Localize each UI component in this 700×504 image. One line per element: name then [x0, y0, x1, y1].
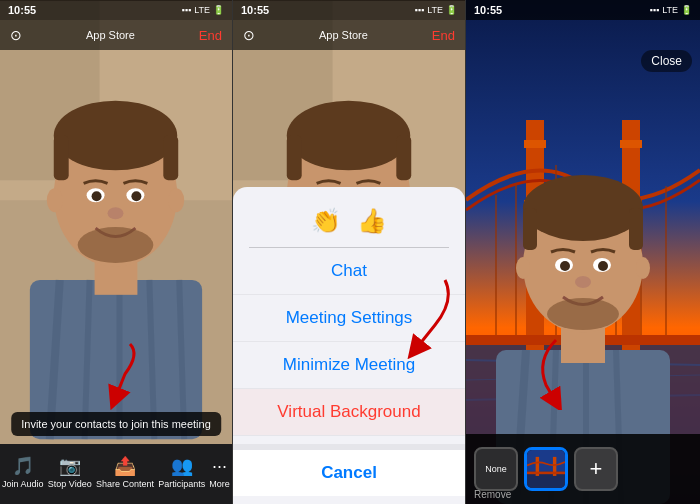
share-icon: 📤	[114, 455, 136, 477]
more-icon: ···	[212, 456, 227, 477]
svg-point-80	[516, 257, 530, 279]
participants-button[interactable]: 👥 Participants	[158, 455, 205, 489]
right-status-icons: ▪▪▪ LTE 🔋	[650, 5, 692, 15]
svg-point-78	[575, 276, 591, 288]
end-button[interactable]: End	[199, 28, 222, 43]
cancel-item[interactable]: Cancel	[233, 444, 465, 496]
more-button[interactable]: ··· More	[209, 456, 230, 489]
svg-point-16	[92, 191, 102, 201]
svg-point-81	[636, 257, 650, 279]
right-arrow-indicator	[526, 330, 606, 410]
status-bar: 10:55 ▪▪▪ LTE 🔋	[0, 0, 232, 20]
share-content-label: Share Content	[96, 479, 154, 489]
svg-point-17	[131, 191, 141, 201]
status-icons: ▪▪▪ LTE 🔋	[182, 5, 224, 15]
none-label: None	[485, 464, 507, 474]
middle-arrow-indicator	[375, 270, 455, 360]
vbg-add-item[interactable]: +	[574, 447, 618, 491]
svg-point-21	[168, 188, 184, 212]
audio-icon: 🎵	[12, 455, 34, 477]
svg-point-79	[547, 298, 619, 330]
svg-rect-53	[620, 140, 642, 148]
svg-point-77	[598, 261, 608, 271]
invite-tooltip: Invite your contacts to join this meetin…	[11, 412, 221, 436]
svg-rect-51	[524, 140, 546, 148]
join-audio-button[interactable]: 🎵 Join Audio	[2, 455, 44, 489]
right-status-time: 10:55	[474, 4, 502, 16]
app-store-label: App Store	[86, 29, 135, 41]
remove-label: Remove	[474, 489, 511, 500]
right-phone-panel: 10:55 ▪▪▪ LTE 🔋 Close None	[466, 0, 700, 504]
svg-point-71	[523, 175, 643, 241]
svg-rect-86	[527, 472, 565, 475]
svg-point-19	[78, 227, 154, 263]
stop-video-label: Stop Video	[48, 479, 92, 489]
vbg-bridge-item[interactable]	[524, 447, 568, 491]
join-audio-label: Join Audio	[2, 479, 44, 489]
video-icon: 📷	[59, 455, 81, 477]
clap-emoji[interactable]: 👏	[311, 207, 341, 235]
emoji-reactions: 👏 👍	[233, 199, 465, 247]
header-bar: ⊙ App Store End	[0, 20, 232, 50]
arrow-indicator	[80, 334, 150, 414]
svg-point-11	[54, 101, 177, 171]
right-battery-icon: 🔋	[681, 5, 692, 15]
close-button[interactable]: Close	[641, 50, 692, 72]
participants-label: Participants	[158, 479, 205, 489]
share-content-button[interactable]: 📤 Share Content	[96, 455, 154, 489]
svg-point-18	[108, 207, 124, 219]
add-icon: +	[590, 456, 603, 482]
svg-point-20	[47, 188, 63, 212]
status-time: 10:55	[8, 4, 36, 16]
signal-icon: ▪▪▪	[182, 5, 192, 15]
stop-video-button[interactable]: 📷 Stop Video	[48, 455, 92, 489]
more-label: More	[209, 479, 230, 489]
svg-rect-13	[163, 136, 178, 181]
modal-overlay: 👏 👍 Chat Meeting Settings Minimize Meeti…	[233, 0, 465, 504]
left-phone-panel: 10:55 ▪▪▪ LTE 🔋 ⊙ App Store End Invite y…	[0, 0, 233, 504]
virtual-background-item[interactable]: Virtual Background	[233, 389, 465, 436]
lte-icon: LTE	[194, 5, 210, 15]
svg-point-76	[560, 261, 570, 271]
right-status-bar: 10:55 ▪▪▪ LTE 🔋	[466, 0, 700, 20]
bridge-background	[466, 0, 700, 504]
right-lte-icon: LTE	[662, 5, 678, 15]
bottom-toolbar: 🎵 Join Audio 📷 Stop Video 📤 Share Conten…	[0, 444, 232, 504]
middle-phone-panel: 10:55 ▪▪▪ LTE 🔋 ⊙ App Store End 👏 👍	[233, 0, 466, 504]
vbg-none-item[interactable]: None	[474, 447, 518, 491]
participants-icon: 👥	[171, 455, 193, 477]
svg-rect-72	[523, 208, 537, 250]
svg-rect-12	[54, 136, 69, 181]
thumbsup-emoji[interactable]: 👍	[357, 207, 387, 235]
virtual-background-bar: None + Remove	[466, 434, 700, 504]
right-signal-icon: ▪▪▪	[650, 5, 660, 15]
svg-rect-73	[629, 208, 643, 250]
camera-icon: ⊙	[10, 27, 22, 43]
battery-icon: 🔋	[213, 5, 224, 15]
